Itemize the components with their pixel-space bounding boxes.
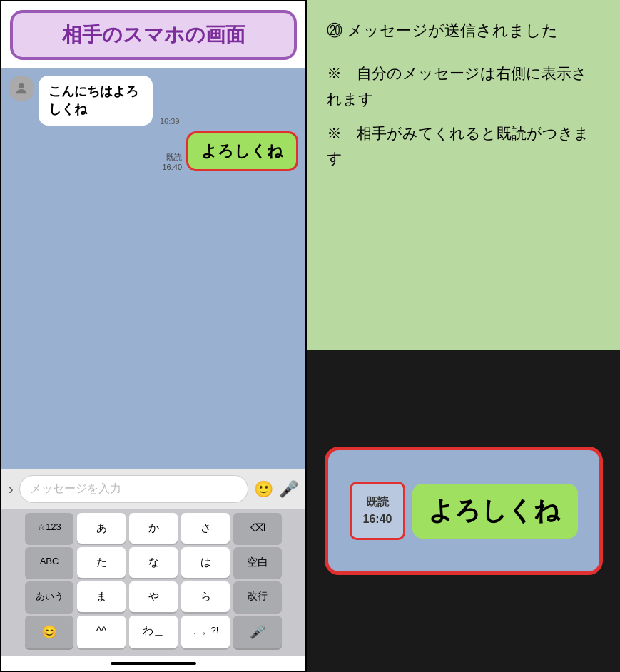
key-enter[interactable]: 改行 [233, 581, 282, 612]
expand-button[interactable]: › [9, 481, 14, 497]
mic-icon[interactable]: 🎤 [279, 480, 298, 499]
step-description: メッセージが送信されました [347, 21, 558, 39]
sent-bubble: よろしくね [186, 131, 298, 171]
avatar [9, 76, 34, 101]
key-punct[interactable]: 、。?! [181, 616, 230, 648]
input-placeholder: メッセージを入力 [30, 482, 121, 497]
key-backspace[interactable]: ⌫ [233, 513, 282, 544]
input-bar: › メッセージを入力 🙂 🎤 [1, 469, 305, 509]
phone-header-label: 相手のスマホの画面 [10, 10, 297, 60]
step-text: ⑳ メッセージが送信されました [327, 17, 600, 44]
zoom-time: 16:40 [363, 511, 392, 528]
key-ya[interactable]: や [129, 581, 178, 612]
key-row-2: ABC た な は 空白 [4, 547, 303, 578]
received-time: 16:39 [160, 117, 180, 126]
zoom-box: 既読 16:40 よろしくね [325, 447, 603, 575]
sent-meta: 既読 16:40 [162, 152, 182, 171]
key-row-3: あいう ま や ら 改行 [4, 581, 303, 612]
zoom-bubble: よろしくね [412, 484, 577, 539]
zoom-status-meta: 既読 16:40 [350, 482, 406, 540]
right-bottom-zoom: 既読 16:40 よろしくね [307, 350, 620, 672]
key-ma[interactable]: ま [77, 581, 126, 612]
phone-header-text: 相手のスマホの画面 [62, 24, 245, 46]
key-ka[interactable]: か [129, 513, 178, 544]
sent-message-row: 既読 16:40 よろしくね [9, 131, 298, 171]
key-wa[interactable]: わ＿ [129, 616, 178, 648]
chat-area: こんにちはよろしくね 16:39 既読 16:40 よろしくね [1, 68, 305, 469]
left-panel: 相手のスマホの画面 こんにちはよろしくね 16:39 既読 16:40 よろしく… [0, 0, 307, 672]
key-mic-bottom[interactable]: 🎤 [233, 616, 282, 648]
key-space[interactable]: 空白 [233, 547, 282, 578]
key-ha[interactable]: は [181, 547, 230, 578]
zoom-status: 既読 [366, 494, 389, 511]
key-a[interactable]: あ [77, 513, 126, 544]
note-2: ※ 相手がみてくれると既読がつきます [327, 121, 600, 171]
key-caret[interactable]: ^^ [77, 616, 126, 648]
home-bar-indicator [111, 662, 196, 665]
right-top-info: ⑳ メッセージが送信されました ※ 自分のメッセージは右側に表示されます ※ 相… [307, 0, 620, 350]
keyboard: ☆123 あ か さ ⌫ ABC た な は 空白 あいう ま や ら 改行 😊… [1, 509, 305, 656]
right-panel: ⑳ メッセージが送信されました ※ 自分のメッセージは右側に表示されます ※ 相… [307, 0, 620, 672]
received-bubble: こんにちはよろしくね [39, 76, 153, 126]
svg-point-0 [19, 83, 24, 88]
key-aiueo[interactable]: あいう [25, 581, 73, 612]
key-123[interactable]: ☆123 [25, 513, 73, 544]
key-row-1: ☆123 あ か さ ⌫ [4, 513, 303, 544]
sent-status: 既読 [166, 152, 182, 163]
emoji-icon[interactable]: 🙂 [254, 480, 273, 499]
key-na[interactable]: な [129, 547, 178, 578]
key-row-4: 😊 ^^ わ＿ 、。?! 🎤 [4, 616, 303, 648]
note-1: ※ 自分のメッセージは右側に表示されます [327, 61, 600, 111]
home-bar [1, 656, 305, 671]
key-ra[interactable]: ら [181, 581, 230, 612]
key-ta[interactable]: た [77, 547, 126, 578]
key-sa[interactable]: さ [181, 513, 230, 544]
key-abc[interactable]: ABC [25, 547, 73, 578]
key-emoji[interactable]: 😊 [25, 616, 73, 648]
sent-time: 16:40 [162, 163, 182, 171]
received-message-row: こんにちはよろしくね 16:39 [9, 76, 298, 126]
input-icons: 🙂 🎤 [254, 480, 298, 499]
step-number: ⑳ [327, 21, 342, 39]
message-input[interactable]: メッセージを入力 [19, 475, 248, 503]
